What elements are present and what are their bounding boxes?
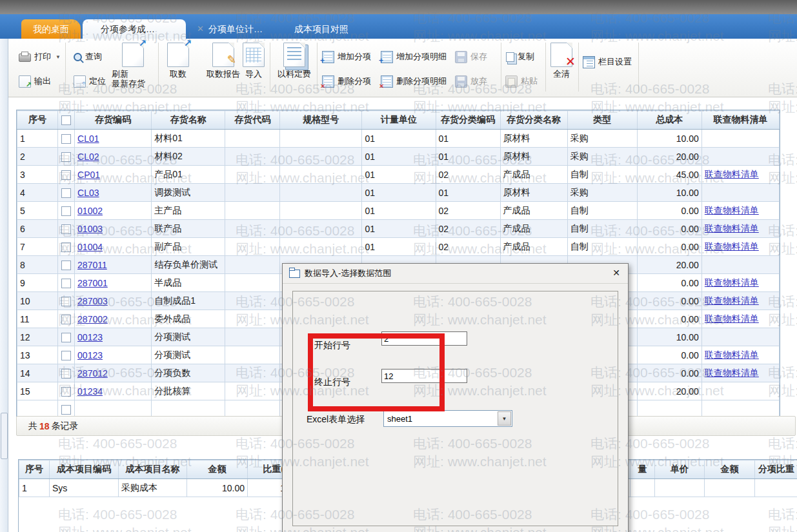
inventory-code-link[interactable]: 287003 [77,296,108,306]
inventory-code-link[interactable]: 287001 [77,278,108,288]
button-label: 刷新 最新存货 [112,69,145,88]
delete-subitem-detail-button[interactable]: 删除分项明细 [381,74,447,89]
bom-query-link[interactable]: 联查物料清单 [705,241,759,251]
copy-button[interactable]: 复制 [505,49,534,64]
inventory-code-link[interactable]: 01002 [77,206,103,216]
row-checkbox[interactable] [61,188,71,198]
row-checkbox[interactable] [61,405,71,415]
row-checkbox[interactable] [61,152,71,162]
row-checkbox[interactable] [61,134,71,144]
start-row-input[interactable] [381,331,467,346]
toolbar-separator [317,43,318,92]
query-button[interactable]: 查询 [74,49,102,64]
row-checkbox[interactable] [61,242,71,252]
fetch-page-icon [167,43,189,67]
inventory-code-link[interactable]: 01234 [77,386,103,397]
add-subitem-button[interactable]: 增加分项 [322,49,371,64]
inventory-code-link[interactable]: 287002 [77,314,108,324]
bom-query-link[interactable]: 联查物料清单 [705,223,759,233]
bom-query-link[interactable]: 联查物料清单 [705,368,759,378]
material-fee-button[interactable]: 以料定费 [274,43,315,79]
inventory-code-link[interactable]: 00123 [77,332,103,342]
row-checkbox[interactable] [61,333,71,342]
row-checkbox[interactable] [61,369,71,379]
cell [280,148,362,166]
column-header: 存货名称 [152,111,225,130]
row-checkbox[interactable] [61,351,71,360]
chevron-down-icon[interactable]: ▼ [498,411,511,426]
inventory-code-link[interactable]: 287012 [77,368,108,379]
import-button[interactable]: 导入 [238,43,269,79]
row-checkbox[interactable] [61,279,71,288]
button-label: 放弃 [470,75,487,87]
row-checkbox[interactable] [61,224,71,234]
save-button[interactable]: 保存 [455,49,487,64]
print-dropdown-icon[interactable]: ▼ [55,54,61,60]
column-header: 金额 [187,460,248,479]
inventory-code-link[interactable]: 01003 [77,224,103,234]
tab-my-desktop[interactable]: 我的桌面 [21,19,81,39]
excel-sheet-select[interactable]: sheet1 ▼ [383,410,512,427]
tab-cost-item-mapping[interactable]: 成本项目对照 [283,19,360,39]
cell: 8 [17,256,58,274]
delete-grid-icon [381,75,393,88]
refresh-latest-button[interactable]: 刷新 最新存货 [112,43,154,88]
row-checkbox[interactable] [61,297,71,306]
cell [58,238,75,256]
add-grid-icon [322,51,334,63]
save-floppy-icon [455,51,467,63]
button-label: 定位 [89,75,106,87]
paste-button[interactable]: 粘贴 [505,74,538,89]
bom-query-link[interactable]: 联查物料清单 [705,313,759,324]
tab-subitem-unit-calc[interactable]: 分项单位计… [194,19,277,39]
add-subitem-detail-button[interactable]: 增加分项明细 [381,49,447,64]
cell: 副产品 [152,238,225,256]
clear-all-button[interactable]: 全清 [546,43,577,79]
dialog-close-icon[interactable]: ✕ [612,268,620,278]
cell [152,400,225,417]
cell: 02 [436,166,500,184]
row-checkbox[interactable] [61,206,71,216]
export-button[interactable]: 输出 [19,74,51,89]
left-panel-handle[interactable] [1,413,8,459]
inventory-code-link[interactable]: CL02 [77,152,99,162]
cell: 联查物料清单 [701,346,779,364]
column-settings-button[interactable]: 栏目设置 [583,54,632,70]
cell [280,202,362,220]
cell: 主产品 [152,202,225,220]
select-all-checkbox[interactable] [61,115,71,125]
cell: 02 [436,202,500,220]
end-row-input[interactable] [381,369,467,383]
row-checkbox[interactable] [61,261,71,270]
bom-query-link[interactable]: 联查物料清单 [705,350,759,360]
bom-query-link[interactable]: 联查物料清单 [705,277,759,288]
row-checkbox[interactable] [61,315,71,324]
bom-query-link[interactable]: 联查物料清单 [705,295,759,306]
cell: 10.00 [187,479,248,497]
inventory-code-link[interactable]: CP01 [77,170,100,180]
inventory-code-link[interactable]: 01004 [77,242,103,252]
dialog-title: 数据导入-选择数据范围 [305,268,391,279]
inventory-code-link[interactable]: CL01 [77,133,99,144]
inventory-code-link[interactable]: 287011 [77,260,107,270]
inventory-code-link[interactable]: CL03 [77,188,99,198]
cell [225,220,280,238]
locate-button[interactable]: 定位 [74,74,106,89]
delete-subitem-button[interactable]: 删除分项 [322,74,371,89]
discard-button[interactable]: 放弃 [455,74,487,89]
fetch-data-button[interactable]: 取数 [161,43,196,79]
cell: 00123 [75,346,152,364]
dialog-groupbox: 开始行号 终止行号 Excel表单选择 sheet1 ▼ [292,291,618,526]
dialog-titlebar[interactable]: 数据导入-选择数据范围 ✕ [283,264,628,284]
bom-query-link[interactable]: 联查物料清单 [705,169,759,179]
row-checkbox[interactable] [61,170,71,180]
cell: 0.00 [637,274,701,292]
cell: 原材料 [500,148,567,166]
row-checkbox[interactable] [61,387,71,397]
inventory-code-link[interactable]: 00123 [77,350,103,360]
printer-icon [19,54,31,62]
cell: 01002 [75,202,152,220]
bom-query-link[interactable]: 联查物料清单 [705,205,759,215]
tab-subitem-reference-cost[interactable]: 分项参考成… ✕ [83,19,186,39]
print-button[interactable]: 打印 ▼ [19,49,61,64]
